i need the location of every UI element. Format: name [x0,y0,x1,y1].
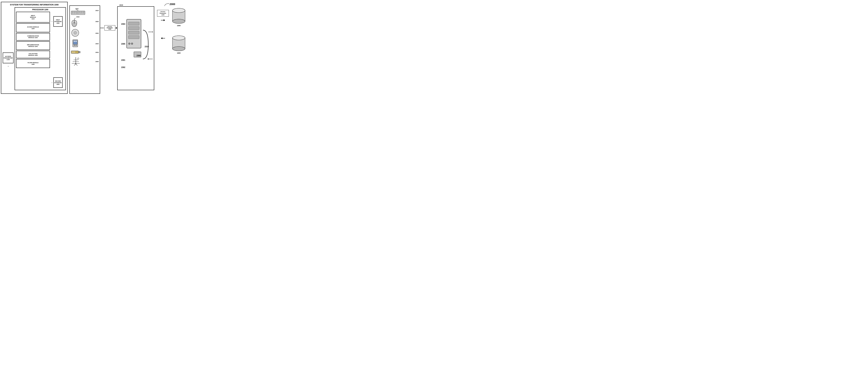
svg-text:2310: 2310 [145,45,149,47]
access-module: ACCESS MODULE1220 [16,23,50,32]
svg-marker-57 [147,58,149,60]
svg-point-14 [76,9,77,10]
comm-module: COMMUNICATIONMODULE 1230 [16,33,50,40]
access-param-arrow: AccessParameter1100 [104,25,115,30]
disc-icon [71,29,80,37]
svg-point-63 [173,8,185,12]
svg-rect-30 [79,51,80,53]
svg-rect-31 [72,52,72,53]
svg-rect-5 [79,11,81,12]
label-2000: 2000 [164,3,175,6]
left-title: SYSTEM FOR TRANSFERRING INFORMATION 1000 [3,4,66,6]
svg-rect-26 [75,45,77,46]
svg-rect-43 [128,31,139,34]
computer-box: 2210 2304 [117,6,154,90]
svg-point-45 [128,43,130,44]
computer-illustration: 2304 2305 2301 2302 2308 2310 [119,8,153,88]
databases-column: → FIRSTDATABASE1500 → SECONDDATABASE1600 [51,12,64,88]
db-label-1500: 1500 [177,25,181,27]
svg-point-68 [173,46,185,51]
db-cylinder-1500 [172,7,186,24]
impl-module: IMPLEMENTATIONMODULE 1240 [16,41,50,50]
db-cylinder-1600 [172,35,186,52]
left-diagram: SYSTEM FOR TRANSFERRING INFORMATION 1000… [1,2,68,94]
svg-point-20 [75,32,76,33]
svg-rect-42 [128,27,139,30]
databases-right: 1500 1600 [172,7,186,54]
keyboard-icon [71,9,85,15]
svg-text:2302: 2302 [121,66,125,68]
svg-rect-11 [80,13,81,14]
svg-rect-17 [74,22,75,24]
svg-rect-10 [75,13,79,14]
svg-rect-25 [74,45,75,46]
pda-icon [71,39,80,47]
filter-module: FILTER MODULE1260 [16,59,50,68]
svg-point-62 [173,19,185,24]
svg-rect-28 [75,41,77,42]
mouse-icon [71,18,78,27]
svg-rect-27 [73,41,75,42]
svg-rect-7 [83,11,85,12]
second-db: SECONDDATABASE1600 [53,77,63,88]
modules-column: INPUTMODULE1210 ACCESS MODULE1220 COMMUN… [16,12,50,88]
middle-diagram: 2021 [69,5,100,94]
svg-rect-13 [83,13,85,14]
db-label-1600: 1600 [177,52,181,54]
input-module: INPUTMODULE1210 [16,12,50,23]
svg-line-38 [74,63,76,66]
svg-marker-55 [152,31,153,32]
svg-rect-2 [73,11,75,12]
svg-rect-32 [73,52,74,53]
svg-rect-44 [128,35,139,39]
svg-text:2304: 2304 [121,23,125,25]
svg-line-39 [76,63,78,66]
coll-module: COLLECTIONMODULE 1250 [16,51,50,58]
svg-rect-33 [74,52,75,53]
main-container: SYSTEM FOR TRANSFERRING INFORMATION 1000… [0,0,217,96]
svg-text:2301: 2301 [121,59,125,61]
svg-rect-3 [75,11,77,12]
tower-icon [71,56,81,66]
label-2210: 2210 [119,4,123,6]
svg-point-46 [131,43,133,44]
svg-rect-4 [77,11,79,12]
svg-rect-8 [72,13,73,14]
svg-rect-9 [73,13,75,14]
svg-text:2305: 2305 [121,43,125,45]
processor-box: PROCESSOR 1200 INPUTMODULE1210 ACCESS MO… [14,7,66,90]
access-param-left: ACCESSPARAMETER1100 [3,53,13,63]
svg-rect-12 [81,13,83,14]
first-db: FIRSTDATABASE1500 [53,16,63,27]
svg-point-69 [173,36,185,40]
usb-icon [71,50,81,55]
access-param-right-mid: AccessParameter1100 [157,10,169,17]
processor-title: PROCESSOR 1200 [16,9,64,11]
svg-rect-1 [72,11,73,12]
svg-rect-6 [81,11,82,12]
svg-rect-41 [128,22,139,25]
svg-text:2308: 2308 [136,55,141,57]
